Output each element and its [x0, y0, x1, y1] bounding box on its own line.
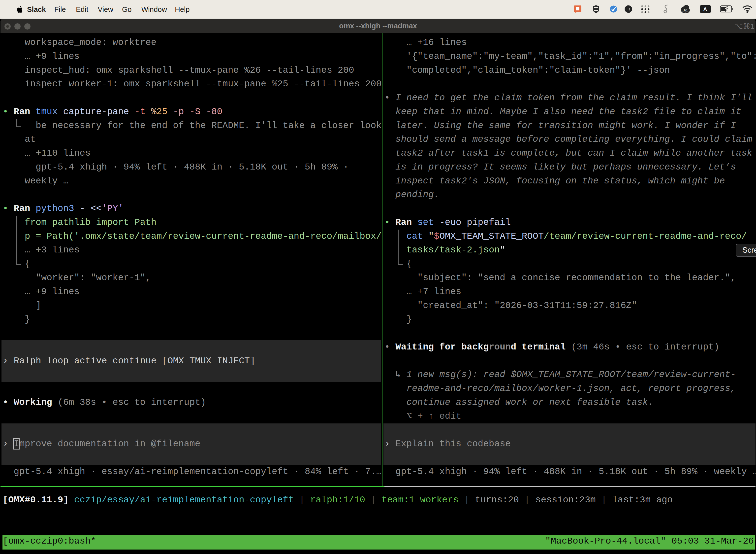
svg-text:A: A: [703, 6, 707, 12]
svg-text:..61: ..61: [682, 8, 688, 12]
